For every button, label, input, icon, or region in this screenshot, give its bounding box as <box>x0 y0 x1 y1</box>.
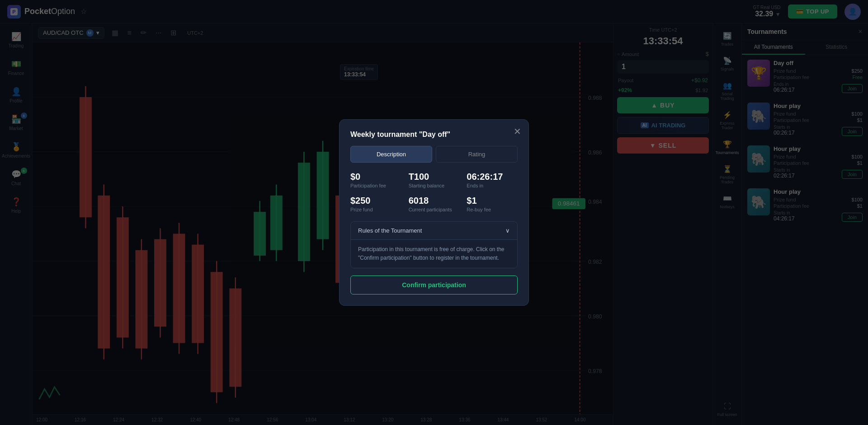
stat-ends-in: 06:26:17 Ends in <box>467 172 518 188</box>
stat-rebuy-fee: $1 Re-buy fee <box>467 196 518 212</box>
modal-tab-description[interactable]: Description <box>350 146 432 163</box>
modal-title: Weekly tournament "Day off" <box>350 131 518 139</box>
rules-section: Rules of the Tournament ∨ Participation … <box>350 221 518 268</box>
rules-chevron-icon: ∨ <box>505 227 510 234</box>
modal-overlay[interactable]: Weekly tournament "Day off" ✕ Descriptio… <box>0 0 868 425</box>
rules-label: Rules of the Tournament <box>358 227 422 234</box>
modal-tab-rating[interactable]: Rating <box>436 146 518 163</box>
modal-tabs: Description Rating <box>350 146 518 163</box>
tournament-modal: Weekly tournament "Day off" ✕ Descriptio… <box>339 119 529 306</box>
rules-header[interactable]: Rules of the Tournament ∨ <box>351 222 517 239</box>
confirm-participation-button[interactable]: Confirm participation <box>350 276 518 294</box>
stat-starting-balance: T100 Starting balance <box>409 172 460 188</box>
modal-stats: $0 Participation fee T100 Starting balan… <box>350 172 518 212</box>
stat-participation-fee: $0 Participation fee <box>350 172 401 188</box>
stat-current-participants: 6018 Current participants <box>409 196 460 212</box>
rules-content: Participation in this tournament is free… <box>351 239 517 268</box>
modal-close-button[interactable]: ✕ <box>514 127 521 136</box>
stat-prize-fund: $250 Prize fund <box>350 196 401 212</box>
